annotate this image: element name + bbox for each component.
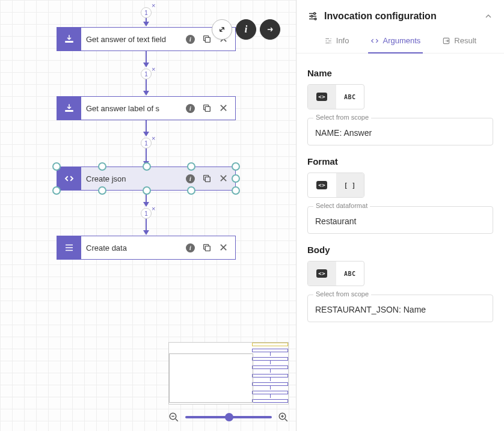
resize-handle[interactable]	[187, 162, 195, 171]
zoom-out-icon[interactable]	[168, 412, 179, 423]
connector-remove-icon[interactable]: ×	[152, 66, 155, 73]
resize-handle[interactable]	[232, 162, 240, 171]
field-label: Select from scope	[313, 114, 371, 121]
close-icon[interactable]: ✕	[219, 103, 228, 114]
code-icon	[57, 167, 81, 190]
tab-result[interactable]: Result	[440, 29, 479, 53]
copy-icon[interactable]	[202, 174, 212, 183]
connector-badge: 1	[141, 138, 152, 148]
flow-node-get-answer-text[interactable]: Get answer of text field i ✕	[57, 27, 236, 51]
svg-rect-0	[205, 37, 210, 42]
resize-handle[interactable]	[98, 186, 106, 195]
toggle-code[interactable]: <>	[308, 261, 336, 286]
flow-node-create-data[interactable]: Create data i ✕	[57, 236, 236, 260]
resize-handle[interactable]	[232, 174, 240, 183]
section-label-name: Name	[307, 68, 493, 78]
svg-point-6	[314, 13, 316, 14]
close-icon[interactable]: ✕	[219, 242, 228, 253]
info-icon[interactable]: i	[236, 19, 256, 40]
connector-badge: 1	[141, 7, 152, 18]
node-label: Create json	[81, 167, 179, 190]
list-icon	[57, 236, 81, 259]
close-icon[interactable]: ✕	[219, 173, 228, 184]
panel-body: Name <> ABC Select from scope NAME: Answ…	[297, 53, 504, 431]
connector-arrow	[146, 51, 147, 67]
arrow-right-icon[interactable]	[260, 19, 280, 40]
svg-point-7	[311, 16, 313, 17]
connector-remove-icon[interactable]: ×	[152, 2, 155, 9]
name-mode-toggle: <> ABC	[307, 84, 364, 109]
name-input[interactable]: NAME: Answer	[307, 118, 493, 145]
resize-handle[interactable]	[98, 162, 106, 171]
toggle-code[interactable]: <>	[308, 85, 336, 109]
zoom-in-icon[interactable]	[278, 412, 289, 423]
node-label: Get answer of text field	[81, 28, 179, 50]
zoom-slider[interactable]	[185, 416, 272, 418]
copy-icon[interactable]	[202, 103, 212, 113]
section-label-body: Body	[307, 245, 493, 255]
connector-badge: 1	[141, 208, 152, 219]
flow-node-get-answer-label[interactable]: Get answer label of s i ✕	[57, 96, 236, 120]
info-icon[interactable]: i	[186, 104, 195, 113]
download-icon	[57, 97, 81, 120]
field-label: Select from scope	[313, 290, 371, 298]
code-chip-icon: <>	[316, 269, 327, 278]
connector-badge: 1	[141, 69, 152, 79]
panel-tabs: Info Arguments Result	[297, 29, 504, 53]
download-icon	[57, 28, 81, 50]
field-label: Select dataformat	[313, 202, 370, 209]
body-field: Select from scope RESTAURANT_JSON: Name	[307, 295, 493, 322]
code-chip-icon: <>	[316, 93, 327, 101]
svg-rect-1	[205, 106, 210, 111]
resize-handle[interactable]	[52, 162, 61, 171]
connector-arrow	[146, 120, 147, 136]
body-mode-toggle: <> ABC	[307, 261, 364, 286]
toggle-brackets[interactable]: [ ]	[336, 173, 364, 197]
tab-info[interactable]: Info	[322, 29, 352, 53]
zoom-thumb[interactable]	[225, 413, 233, 421]
resize-handle[interactable]	[52, 186, 61, 195]
panel-header: Invocation configuration	[297, 0, 504, 29]
connector-arrow	[146, 78, 147, 95]
section-label-format: Format	[307, 156, 493, 167]
toggle-abc[interactable]: ABC	[336, 85, 364, 109]
svg-rect-2	[205, 177, 210, 182]
config-panel: Invocation configuration Info Arguments …	[296, 0, 504, 431]
expand-icon[interactable]	[212, 19, 232, 40]
copy-icon[interactable]	[202, 34, 212, 44]
minimap[interactable]	[168, 342, 289, 405]
resize-handle[interactable]	[143, 162, 151, 171]
code-chip-icon: <>	[316, 181, 327, 189]
info-icon[interactable]: i	[186, 174, 195, 183]
resize-handle[interactable]	[143, 186, 151, 195]
tab-arguments[interactable]: Arguments	[368, 29, 423, 53]
body-input[interactable]: RESTAURANT_JSON: Name	[307, 295, 493, 322]
resize-handle[interactable]	[232, 186, 240, 195]
toggle-abc[interactable]: ABC	[336, 261, 364, 286]
node-float-toolbar: i	[212, 19, 280, 40]
chevron-up-icon[interactable]	[484, 11, 493, 21]
copy-icon[interactable]	[202, 243, 212, 252]
resize-handle[interactable]	[187, 186, 195, 195]
node-label: Create data	[81, 236, 179, 259]
app-root: 1 × 1 × 1 × 1 × Get answer of text field	[0, 0, 504, 431]
toggle-code[interactable]: <>	[308, 173, 336, 197]
zoom-control	[168, 408, 289, 426]
format-field: Select dataformat Restaurant	[307, 206, 493, 234]
format-mode-toggle: <> [ ]	[307, 173, 364, 198]
svg-rect-3	[205, 246, 210, 251]
info-icon[interactable]: i	[186, 243, 195, 252]
name-field: Select from scope NAME: Answer	[307, 118, 493, 145]
flow-canvas[interactable]: 1 × 1 × 1 × 1 × Get answer of text field	[0, 0, 296, 431]
node-label: Get answer label of s	[81, 97, 179, 120]
format-input[interactable]: Restaurant	[307, 206, 493, 234]
connector-arrow	[146, 218, 147, 234]
panel-title: Invocation configuration	[324, 11, 437, 22]
connector-remove-icon[interactable]: ×	[152, 135, 155, 142]
info-icon[interactable]: i	[186, 35, 195, 44]
connector-remove-icon[interactable]: ×	[152, 205, 155, 212]
sliders-icon	[307, 11, 318, 22]
